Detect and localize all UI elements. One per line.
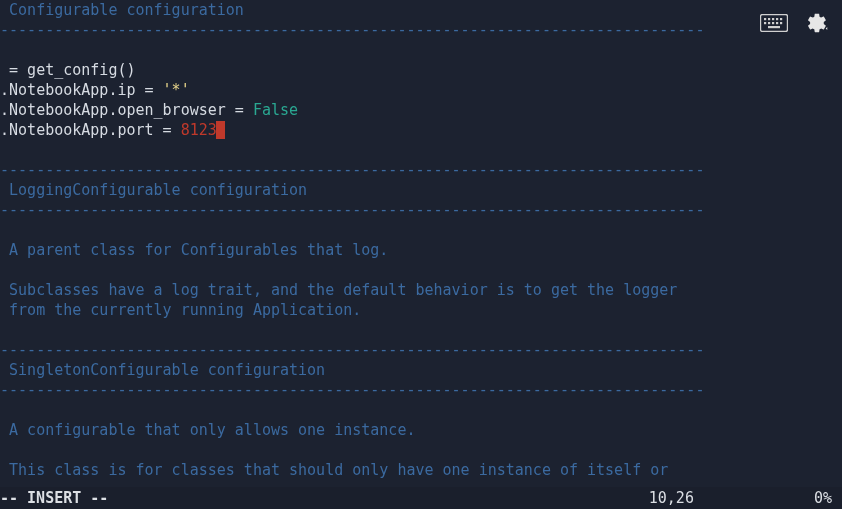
status-bar: -- INSERT -- 10,26 0% bbox=[0, 487, 842, 509]
comment-line: # This class is for classes that should … bbox=[0, 460, 842, 480]
blank-line bbox=[0, 320, 842, 340]
blank-line bbox=[0, 220, 842, 240]
boolean-literal: False bbox=[253, 101, 298, 119]
divider-line: #---------------------------------------… bbox=[0, 200, 842, 220]
comment-line: # Subclasses have a log trait, and the d… bbox=[0, 280, 842, 300]
code-line: c.NotebookApp.open_browser = False bbox=[0, 100, 842, 120]
comment-line: # SingletonConfigurable configuration bbox=[0, 360, 842, 380]
number-literal: 8123 bbox=[181, 121, 217, 139]
code-line: c = get_config() bbox=[0, 60, 842, 80]
comment-line: # bbox=[0, 260, 842, 280]
blank-line bbox=[0, 140, 842, 160]
code-text: c.NotebookApp.port = bbox=[0, 121, 181, 139]
scroll-percent: 0% bbox=[814, 488, 832, 508]
code-line: c.NotebookApp.ip = '*' bbox=[0, 80, 842, 100]
divider-line: #---------------------------------------… bbox=[0, 20, 842, 40]
code-area[interactable]: # Configurable configuration #----------… bbox=[0, 0, 842, 485]
comment-line: # Configurable configuration bbox=[0, 0, 842, 20]
divider-line: #---------------------------------------… bbox=[0, 380, 842, 400]
comment-line: # A parent class for Configurables that … bbox=[0, 240, 842, 260]
code-text: c.NotebookApp.ip = bbox=[0, 81, 163, 99]
editor-window: # Configurable configuration #----------… bbox=[0, 0, 842, 509]
code-line-cursor: c.NotebookApp.port = 8123 bbox=[0, 120, 842, 140]
string-literal: '*' bbox=[163, 81, 190, 99]
blank-line bbox=[0, 40, 842, 60]
comment-line: # bbox=[0, 440, 842, 460]
vim-mode: -- INSERT -- bbox=[0, 488, 108, 508]
comment-line: # from the currently running Application… bbox=[0, 300, 842, 320]
text-cursor bbox=[216, 121, 225, 139]
blank-line bbox=[0, 400, 842, 420]
comment-line: # LoggingConfigurable configuration bbox=[0, 180, 842, 200]
comment-line: # A configurable that only allows one in… bbox=[0, 420, 842, 440]
divider-line: #---------------------------------------… bbox=[0, 340, 842, 360]
code-text: c.NotebookApp.open_browser = bbox=[0, 101, 253, 119]
cursor-position: 10,26 bbox=[649, 488, 694, 508]
divider-line: #---------------------------------------… bbox=[0, 160, 842, 180]
